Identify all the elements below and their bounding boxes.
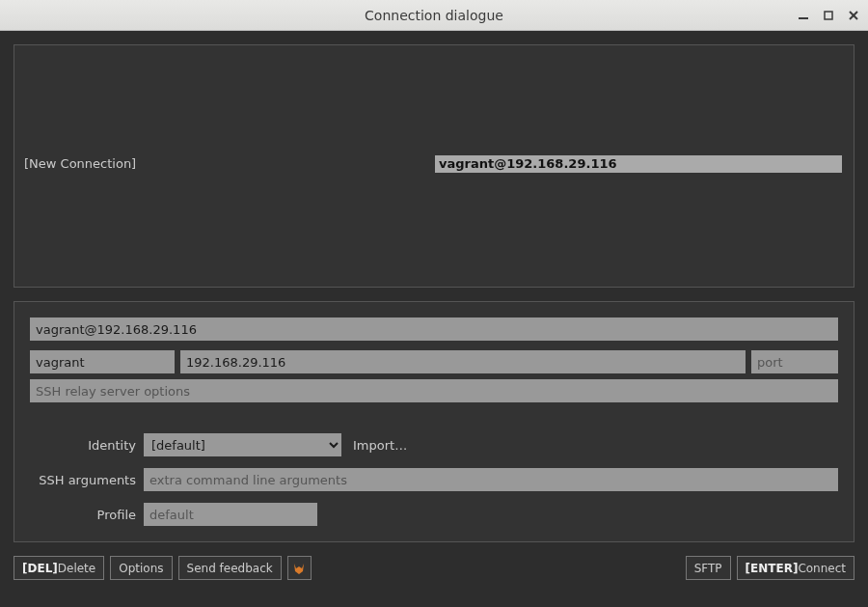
titlebar-controls	[797, 0, 860, 30]
main-area: [New Connection] vagrant@192.168.29.116 …	[0, 31, 868, 607]
connection-list-panel: [New Connection] vagrant@192.168.29.116	[14, 44, 854, 288]
maximize-icon[interactable]	[822, 9, 835, 22]
port-input[interactable]	[751, 350, 838, 373]
selected-connection-item[interactable]: vagrant@192.168.29.116	[435, 155, 842, 173]
username-input[interactable]	[30, 350, 175, 373]
options-button[interactable]: Options	[110, 556, 172, 580]
fox-icon-button[interactable]	[287, 556, 312, 580]
window-title: Connection dialogue	[365, 8, 503, 23]
titlebar: Connection dialogue	[0, 0, 868, 31]
bottom-bar: [DEL] Delete Options Send feedback SFTP …	[14, 556, 854, 580]
close-icon[interactable]	[847, 9, 860, 22]
identity-select[interactable]: [default]	[144, 433, 341, 456]
ssh-arguments-label: SSH arguments	[30, 473, 144, 487]
form-panel: Identity [default] Import… SSH arguments…	[14, 301, 854, 542]
ssh-arguments-input[interactable]	[144, 468, 838, 491]
identity-label: Identity	[30, 438, 144, 453]
send-feedback-button[interactable]: Send feedback	[178, 556, 282, 580]
delete-button[interactable]: [DEL] Delete	[14, 556, 104, 580]
relay-options-input[interactable]	[30, 379, 838, 402]
minimize-icon[interactable]	[797, 9, 810, 22]
import-link[interactable]: Import…	[353, 438, 407, 453]
connect-button[interactable]: [ENTER] Connect	[737, 556, 854, 580]
host-input[interactable]	[180, 350, 746, 373]
profile-input[interactable]	[144, 503, 317, 526]
new-connection-item[interactable]: [New Connection]	[24, 155, 136, 173]
description-input[interactable]	[30, 317, 838, 341]
sftp-button[interactable]: SFTP	[686, 556, 731, 580]
profile-label: Profile	[30, 508, 144, 522]
svg-rect-1	[825, 12, 832, 19]
